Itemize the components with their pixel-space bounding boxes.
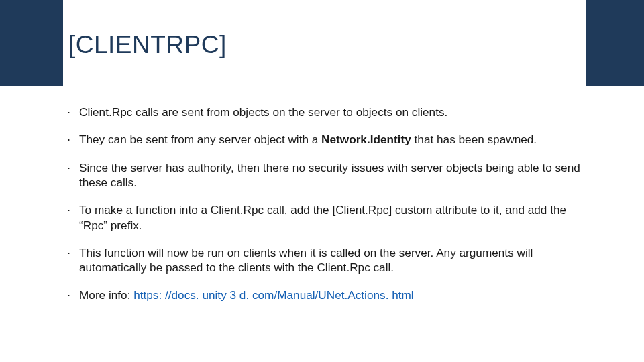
list-item: · Since the server has authority, then t…: [67, 160, 597, 190]
title-inner: [CLIENTRPC]: [63, 0, 586, 86]
text-run: To make a function into a Client.Rpc cal…: [79, 203, 566, 232]
text-run: that has been spawned.: [411, 133, 537, 146]
list-item: · To make a function into a Client.Rpc c…: [67, 202, 597, 233]
list-item: · They can be sent from any server objec…: [67, 132, 597, 147]
list-item: · Client.Rpc calls are sent from objects…: [67, 105, 597, 120]
body-area: · Client.Rpc calls are sent from objects…: [67, 105, 597, 342]
title-band: [CLIENTRPC]: [0, 0, 644, 86]
list-item: · This function will now be run on clien…: [67, 245, 597, 276]
bullet-icon: ·: [67, 288, 79, 303]
bullet-icon: ·: [67, 245, 79, 261]
bullet-list: · Client.Rpc calls are sent from objects…: [67, 105, 597, 303]
slide: [CLIENTRPC] · Client.Rpc calls are sent …: [0, 0, 644, 362]
text-run: Client.Rpc calls are sent from objects o…: [79, 105, 447, 119]
bullet-icon: ·: [67, 132, 79, 147]
bullet-text: To make a function into a Client.Rpc cal…: [79, 202, 597, 233]
bullet-icon: ·: [67, 105, 79, 120]
more-info-link[interactable]: https: //docs. unity 3 d. com/Manual/UNe…: [133, 288, 413, 302]
slide-title: [CLIENTRPC]: [68, 31, 227, 59]
bullet-text: This function will now be run on clients…: [79, 245, 597, 276]
bullet-text: Client.Rpc calls are sent from objects o…: [79, 105, 597, 120]
text-run: This function will now be run on clients…: [79, 246, 533, 275]
bullet-text: They can be sent from any server object …: [79, 132, 597, 147]
bullet-text: More info: https: //docs. unity 3 d. com…: [79, 288, 597, 303]
text-run: Since the server has authority, then the…: [79, 161, 580, 190]
bullet-text: Since the server has authority, then the…: [79, 160, 597, 190]
bullet-icon: ·: [67, 202, 79, 218]
bullet-icon: ·: [67, 160, 79, 176]
text-run: More info:: [79, 288, 133, 302]
text-run: They can be sent from any server object …: [79, 133, 321, 146]
text-run-bold: Network.Identity: [321, 133, 411, 146]
list-item: · More info: https: //docs. unity 3 d. c…: [67, 288, 597, 303]
